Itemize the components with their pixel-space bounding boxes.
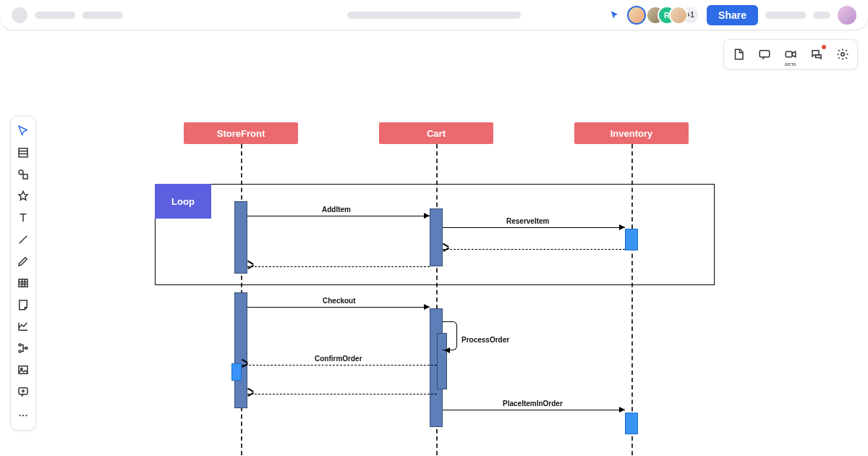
fragment-label-text: Loop (171, 196, 195, 207)
message-label: ReserveItem (506, 217, 549, 225)
lifeline-cart[interactable]: Cart (379, 122, 493, 144)
message-label: ConfirmOrder (315, 355, 362, 363)
collaborator-avatar[interactable] (669, 6, 688, 25)
header-right: R +1 Share (610, 5, 856, 25)
collaborator-avatar[interactable] (627, 6, 646, 25)
lifeline-label: StoreFront (217, 128, 265, 139)
message-label: ProcessOrder (461, 336, 509, 344)
message-arrow[interactable] (247, 394, 437, 394)
message-arrow[interactable] (443, 249, 625, 250)
share-button[interactable]: Share (707, 5, 758, 25)
arrowhead-icon (619, 407, 625, 413)
message-label: PlaceItemInOrder (503, 400, 563, 408)
diagram-canvas[interactable]: StoreFront Cart Inventory Loop AddItem R… (0, 30, 868, 456)
activation-bar[interactable] (234, 201, 247, 274)
activation-bar[interactable] (625, 413, 638, 434)
activation-bar[interactable] (430, 208, 443, 266)
message-arrow[interactable] (247, 216, 430, 216)
placeholder-text (35, 12, 75, 19)
loop-fragment-label: Loop (155, 184, 211, 219)
arrowhead-icon (444, 347, 450, 353)
placeholder-text (82, 12, 123, 19)
profile-avatar[interactable] (838, 6, 856, 25)
lifeline-label: Inventory (610, 128, 653, 139)
placeholder-text (347, 12, 521, 19)
message-label: AddItem (322, 206, 351, 214)
placeholder-text (765, 12, 806, 19)
arrowhead-icon (424, 304, 430, 310)
message-label: Checkout (323, 297, 356, 305)
placeholder-text (813, 12, 830, 19)
lifeline-inventory[interactable]: Inventory (574, 122, 689, 144)
lifeline-label: Cart (427, 128, 446, 139)
placeholder-icon (12, 7, 27, 23)
message-arrow[interactable] (247, 266, 430, 267)
arrowhead-icon (619, 224, 625, 230)
header-title-placeholder (347, 12, 521, 19)
message-arrow[interactable] (242, 365, 437, 366)
activation-bar[interactable] (625, 229, 638, 250)
activation-bar[interactable] (234, 292, 247, 408)
activation-bar[interactable] (231, 363, 242, 381)
lifeline-storefront[interactable]: StoreFront (184, 122, 298, 144)
arrowhead-icon (424, 213, 430, 219)
collaborator-group: R +1 (653, 6, 699, 25)
message-arrow[interactable] (247, 307, 430, 308)
cursor-indicator-icon (610, 10, 620, 20)
message-arrow[interactable] (443, 410, 625, 410)
header-left-placeholder (12, 7, 123, 23)
message-arrow[interactable] (443, 227, 625, 228)
self-message[interactable] (443, 321, 457, 350)
app-header: R +1 Share (0, 0, 868, 30)
